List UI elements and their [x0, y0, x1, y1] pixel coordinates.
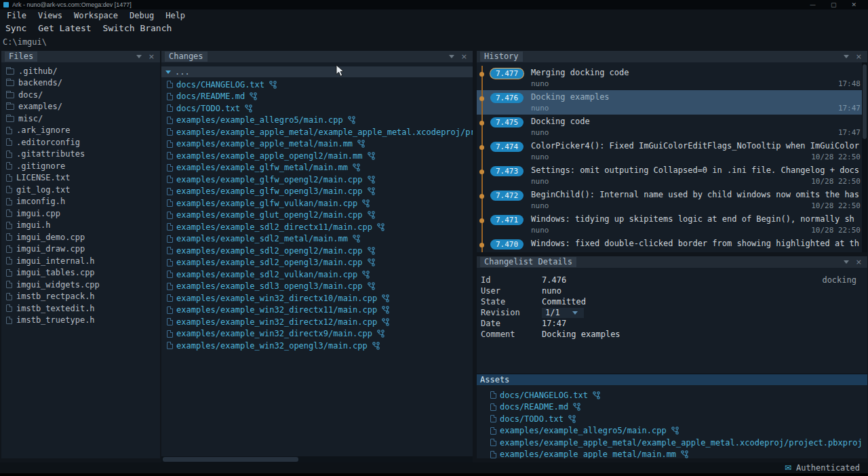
- assets-section-header: Assets: [477, 374, 867, 385]
- changes-root-row[interactable]: ...: [161, 66, 473, 77]
- menu-item[interactable]: Help: [165, 11, 185, 20]
- toolbar-button[interactable]: Sync: [5, 23, 26, 33]
- file-tree-item[interactable]: .gitattributes: [1, 148, 160, 161]
- scrollbar-thumb[interactable]: [163, 457, 298, 462]
- close-button[interactable]: ✕: [851, 1, 856, 8]
- file-tree-item[interactable]: imgui.h: [1, 220, 160, 232]
- file-tree-item[interactable]: imstb_truetype.h: [1, 315, 160, 327]
- revision-select[interactable]: 1/1: [542, 308, 584, 318]
- close-panel-icon[interactable]: ×: [461, 53, 467, 60]
- file-tree-item[interactable]: .gitignore: [1, 160, 160, 172]
- changed-file-row[interactable]: examples/example_apple_metal/example_app…: [161, 126, 473, 138]
- file-tree-item[interactable]: imstb_textedit.h: [1, 302, 160, 315]
- history-commit-row[interactable]: 7.471 Windows: tidying up skipitems logi…: [477, 212, 867, 237]
- changeset-badge: 7.476: [490, 93, 524, 103]
- scrollbar-thumb[interactable]: [863, 64, 867, 139]
- filter-icon[interactable]: [844, 55, 849, 58]
- changed-file-row[interactable]: examples/example_sdl2_metal/main.mm: [161, 233, 473, 245]
- menu-item[interactable]: Views: [38, 11, 62, 20]
- file-tree-item[interactable]: misc/: [1, 113, 160, 125]
- menu-item[interactable]: File: [7, 11, 26, 20]
- filter-icon[interactable]: [449, 55, 454, 58]
- changed-file-row[interactable]: docs/TODO.txt: [161, 102, 473, 115]
- file-icon: [167, 117, 173, 124]
- changed-file-row[interactable]: examples/example_win32_directx12/main.cp…: [161, 316, 473, 328]
- changed-file-row[interactable]: examples/example_sdl2_opengl2/main.cpp: [161, 245, 473, 257]
- maximize-button[interactable]: ▢: [831, 1, 837, 8]
- changed-file-row[interactable]: docs/README.md: [161, 91, 473, 103]
- changes-panel-title: Changes: [165, 52, 208, 62]
- changed-file-row[interactable]: examples/example_sdl3_opengl3/main.cpp: [161, 281, 473, 293]
- history-commit-row[interactable]: 7.470 Windows: fixed double-clicked bord…: [477, 237, 867, 252]
- file-tree-item[interactable]: imgui_internal.h: [1, 255, 160, 267]
- file-icon: [6, 245, 12, 253]
- minimize-button[interactable]: —: [810, 1, 816, 8]
- changed-file-row[interactable]: examples/example_win32_directx11/main.cp…: [161, 304, 473, 317]
- asset-row[interactable]: examples/example_apple_metal/main.mm: [477, 449, 867, 459]
- file-tree-item[interactable]: imgui_draw.cpp: [1, 243, 160, 256]
- file-tree-item[interactable]: imstb_rectpack.h: [1, 291, 160, 303]
- file-tree-item[interactable]: imgui_tables.cpp: [1, 267, 160, 279]
- changed-file-path: examples/example_sdl2_opengl3/main.cpp: [176, 258, 363, 267]
- menu-item[interactable]: Debug: [130, 11, 154, 20]
- changed-file-row[interactable]: examples/example_sdl2_vulkan/main.cpp: [161, 269, 473, 281]
- history-commit-row[interactable]: 7.475 Docking code nuno 17:47: [477, 115, 867, 139]
- history-commit-row[interactable]: 7.472 BeginChild(): Internal name used b…: [477, 188, 867, 212]
- file-icon: [167, 271, 173, 278]
- close-panel-icon[interactable]: ×: [856, 258, 862, 266]
- changed-file-row[interactable]: examples/example_win32_directx10/main.cp…: [161, 292, 473, 304]
- branch-icon: [368, 152, 375, 160]
- file-tree-item[interactable]: LICENSE.txt: [1, 172, 160, 184]
- file-tree-item[interactable]: backends/: [1, 77, 160, 90]
- file-tree-item[interactable]: .ark_ignore: [1, 125, 160, 137]
- file-tree-item[interactable]: .github/: [1, 65, 160, 77]
- commit-time: 10/28 22:50: [811, 226, 861, 235]
- file-tree-item[interactable]: imgui.cpp: [1, 207, 160, 220]
- file-tree-item[interactable]: imgui_widgets.cpp: [1, 279, 160, 291]
- file-tree-item[interactable]: git_log.txt: [1, 184, 160, 196]
- history-commit-row[interactable]: 7.474 ColorPicker4(): Fixed ImGuiColorEd…: [477, 139, 867, 163]
- file-tree-item[interactable]: docs/: [1, 89, 160, 101]
- asset-row[interactable]: docs/TODO.txt: [477, 413, 867, 425]
- changed-file-row[interactable]: examples/example_win32_directx9/main.cpp: [161, 328, 473, 340]
- changed-file-row[interactable]: examples/example_apple_metal/main.mm: [161, 138, 473, 151]
- file-icon: [167, 164, 173, 172]
- file-tree-item[interactable]: imconfig.h: [1, 196, 160, 208]
- commit-author: nuno: [531, 177, 549, 186]
- vertical-scrollbar[interactable]: [862, 62, 867, 252]
- filter-icon[interactable]: [136, 55, 142, 58]
- file-icon: [6, 174, 12, 182]
- changed-file-row[interactable]: examples/example_glfw_vulkan/main.cpp: [161, 197, 473, 210]
- toolbar-button[interactable]: Switch Branch: [103, 23, 172, 33]
- asset-row[interactable]: examples/example_allegro5/main.cpp: [477, 425, 867, 437]
- changed-file-row[interactable]: examples/example_glut_opengl2/main.cpp: [161, 210, 473, 222]
- changed-file-row[interactable]: examples/example_sdl2_opengl3/main.cpp: [161, 257, 473, 269]
- file-tree-item[interactable]: .editorconfig: [1, 136, 160, 148]
- file-tree: .github/ backends/ docs/ examples/ misc/: [1, 62, 160, 326]
- menu-item[interactable]: Workspace: [74, 11, 118, 20]
- history-commit-row[interactable]: 7.477 Merging docking code nuno 17:48: [477, 66, 867, 90]
- changed-file-row[interactable]: docs/CHANGELOG.txt: [161, 79, 473, 91]
- horizontal-scrollbar[interactable]: [161, 456, 473, 462]
- changed-file-row[interactable]: examples/example_glfw_opengl3/main.cpp: [161, 186, 473, 198]
- changed-file-row[interactable]: examples/example_sdl2_directx11/main.cpp: [161, 221, 473, 233]
- graph-line: [481, 139, 483, 163]
- close-panel-icon[interactable]: ×: [149, 53, 155, 60]
- asset-row[interactable]: docs/CHANGELOG.txt: [477, 389, 867, 401]
- asset-row[interactable]: docs/README.md: [477, 401, 867, 414]
- app-icon: [3, 2, 9, 7]
- expander-icon[interactable]: [165, 71, 171, 74]
- file-tree-item[interactable]: imgui_demo.cpp: [1, 231, 160, 243]
- toolbar-button[interactable]: Get Latest: [38, 23, 91, 33]
- changed-file-row[interactable]: examples/example_glfw_opengl2/main.cpp: [161, 174, 473, 186]
- close-panel-icon[interactable]: ×: [856, 53, 862, 60]
- asset-row[interactable]: examples/example_apple_metal/example_app…: [477, 437, 867, 449]
- changed-file-row[interactable]: examples/example_glfw_metal/main.mm: [161, 162, 473, 174]
- history-commit-row[interactable]: 7.473 Settings: omit outputing Collapsed…: [477, 163, 867, 188]
- changed-file-row[interactable]: examples/example_win32_opengl3/main.cpp: [161, 340, 473, 352]
- changed-file-row[interactable]: examples/example_apple_opengl2/main.mm: [161, 150, 473, 162]
- history-commit-row[interactable]: 7.476 Docking examples nuno 17:47: [477, 90, 867, 115]
- changed-file-row[interactable]: examples/example_allegro5/main.cpp: [161, 115, 473, 127]
- filter-icon[interactable]: [844, 260, 849, 264]
- file-tree-item[interactable]: examples/: [1, 101, 160, 113]
